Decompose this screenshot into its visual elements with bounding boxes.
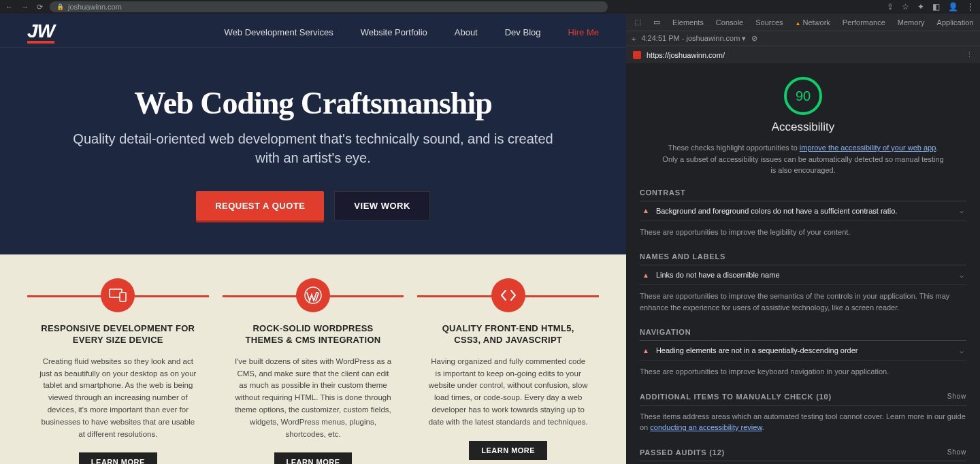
tab-elements[interactable]: Elements [667,15,709,30]
site-header: JW Web Development Services Website Port… [0,14,626,48]
learn-more-button[interactable]: LEARN MORE [79,452,157,464]
feature-wordpress: ROCK-SOLID WORDPRESS THEMES & CMS INTEGR… [223,295,404,452]
show-button[interactable]: Show [947,448,966,457]
session-dropdown[interactable]: 4:24:51 PM - joshuawinn.com ▾ [641,34,746,43]
tab-console[interactable]: Console [710,15,749,30]
improve-link[interactable]: improve the accessibility of your web ap… [800,144,936,152]
audit-contrast[interactable]: ▲ Background and foreground colors do no… [640,201,966,221]
feature-body: Creating fluid websites so they look and… [37,356,199,441]
view-work-button[interactable]: VIEW WORK [334,191,430,220]
lighthouse-toolbar: + 4:24:51 PM - joshuawinn.com ▾ ⊘ [626,31,980,46]
section-names: NAMES AND LABELS [640,252,966,265]
feature-title: QUALITY FRONT-END HTML5, CSS3, AND JAVAS… [427,323,589,346]
back-button[interactable]: ← [5,3,13,12]
hero-section: Web Coding Craftsmanship Quality detail-… [0,48,626,254]
nav-arrows: ← → ⟳ [5,3,43,12]
devtools-tabs: ⬚ ▭ Elements Console Sources Network Per… [626,14,980,31]
hero-subtitle: Quality detail-oriented web development … [68,129,558,167]
nav-services[interactable]: Web Development Services [225,27,333,37]
nav-hire[interactable]: Hire Me [568,27,599,37]
score-description: These checks highlight opportunities to … [640,142,966,176]
feature-frontend: QUALITY FRONT-END HTML5, CSS3, AND JAVAS… [417,295,599,452]
extensions-icon[interactable]: ✦ [917,2,924,12]
tab-application[interactable]: Application [932,15,979,30]
audit-links[interactable]: ▲ Links do not have a discernible name ⌵ [640,265,966,285]
report-menu-icon[interactable]: ⋮ [966,50,973,59]
report-url: https://joshuawinn.com/ [647,51,725,59]
accessibility-score: 90 [784,77,822,115]
score-label: Accessibility [640,120,966,134]
tab-performance[interactable]: Performance [837,15,891,30]
learn-more-button[interactable]: LEARN MORE [469,441,547,460]
names-note: These are opportunities to improve the s… [640,285,966,318]
chrome-actions: ⇪ ☆ ✦ ◧ 👤 ⋮ [887,2,975,12]
devices-icon [101,278,135,312]
feature-title: ROCK-SOLID WORDPRESS THEMES & CMS INTEGR… [233,323,394,346]
nav-portfolio[interactable]: Website Portfolio [361,27,427,37]
tab-memory[interactable]: Memory [892,15,930,30]
site-logo[interactable]: JW [27,20,61,44]
show-button[interactable]: Show [947,393,966,401]
inspect-icon[interactable]: ⬚ [629,14,647,30]
code-icon [491,278,525,312]
nav-note: These are opportunities to improve keybo… [640,361,966,383]
clear-icon[interactable]: ⊘ [751,34,757,43]
new-report-button[interactable]: + [632,35,636,43]
device-icon[interactable]: ▭ [648,14,666,30]
section-passed[interactable]: PASSED AUDITS (12) Show [640,448,966,461]
forward-button[interactable]: → [21,3,29,12]
svg-rect-1 [120,293,126,301]
website-viewport: JW Web Development Services Website Port… [0,14,626,464]
wordpress-icon [296,278,330,312]
bookmark-icon[interactable]: ☆ [902,2,909,12]
chevron-down-icon: ⌵ [960,271,964,279]
section-navigation: NAVIGATION [640,328,966,341]
puzzle-icon[interactable]: ◧ [932,2,940,12]
audit-headings[interactable]: ▲ Heading elements are not in a sequenti… [640,341,966,361]
feature-responsive: RESPONSIVE DEVELOPMENT FOR EVERY SIZE DE… [27,295,209,452]
lock-icon: 🔒 [56,3,64,10]
hero-buttons: REQUEST A QUOTE VIEW WORK [68,191,558,220]
nav-blog[interactable]: Dev Blog [505,27,541,37]
report-url-row: https://joshuawinn.com/ ⋮ [626,46,980,63]
profile-icon[interactable]: 👤 [948,2,958,12]
section-additional[interactable]: ADDITIONAL ITEMS TO MANUALLY CHECK (10) … [640,393,966,405]
warning-icon: ▲ [642,207,649,214]
review-link[interactable]: conducting an accessibility review [650,423,762,431]
hero-title: Web Coding Craftsmanship [68,85,558,121]
learn-more-button[interactable]: LEARN MORE [274,452,353,464]
section-contrast: CONTRAST [640,188,966,201]
browser-chrome: ← → ⟳ 🔒 joshuawinn.com ⇪ ☆ ✦ ◧ 👤 ⋮ [0,0,980,14]
main-nav: Web Development Services Website Portfol… [225,27,599,37]
nav-about[interactable]: About [455,27,478,37]
tab-sources[interactable]: Sources [750,15,788,30]
warning-icon: ▲ [642,271,649,279]
feature-body: I've built dozens of sites with WordPres… [233,356,394,441]
chevron-down-icon: ⌵ [960,347,964,354]
lighthouse-report: 90 Accessibility These checks highlight … [626,63,980,464]
reload-button[interactable]: ⟳ [37,3,43,12]
url-text: joshuawinn.com [68,3,122,11]
tab-network[interactable]: Network [790,15,836,30]
request-quote-button[interactable]: REQUEST A QUOTE [196,191,324,220]
devtools-panel: ⬚ ▭ Elements Console Sources Network Per… [626,14,980,464]
chevron-down-icon: ⌵ [960,207,964,214]
features-row: RESPONSIVE DEVELOPMENT FOR EVERY SIZE DE… [0,254,626,464]
share-icon[interactable]: ⇪ [887,2,894,12]
additional-note: These items address areas which an autom… [640,405,966,439]
menu-icon[interactable]: ⋮ [966,2,975,12]
warning-icon: ▲ [642,347,649,354]
favicon-icon [633,51,641,59]
feature-title: RESPONSIVE DEVELOPMENT FOR EVERY SIZE DE… [37,323,199,346]
address-bar[interactable]: 🔒 joshuawinn.com [50,1,608,12]
feature-body: Having organized and fully commented cod… [427,356,589,429]
contrast-note: These are opportunities to improve the l… [640,221,966,244]
